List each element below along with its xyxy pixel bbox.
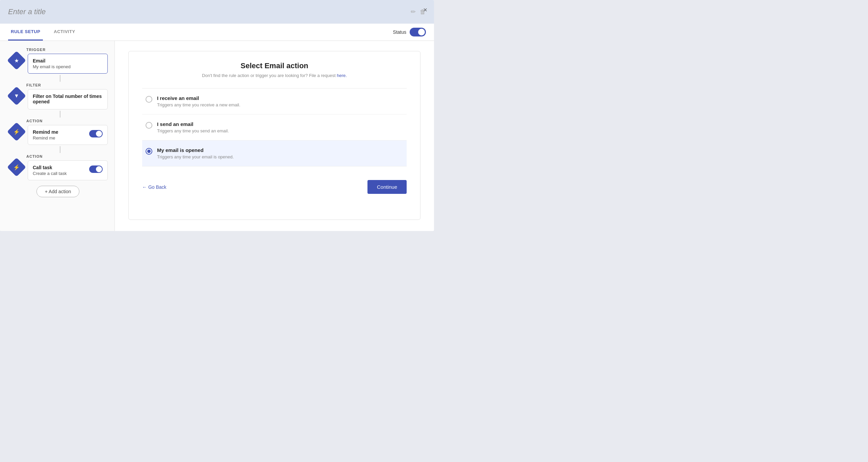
filter-card-title: Filter on Total number of times opened: [33, 94, 103, 104]
go-back-button[interactable]: ← Go Back: [142, 184, 167, 190]
add-action-label: + Add action: [45, 189, 71, 194]
action2-row: ⚡ Call task Create a call task: [8, 160, 108, 180]
subtitle-link[interactable]: here.: [337, 73, 347, 78]
action1-icon: ⚡: [7, 122, 26, 142]
filter-card[interactable]: Filter on Total number of times opened: [28, 89, 108, 109]
trigger-icon: ★: [7, 51, 26, 70]
action2-card-title: Call task: [33, 165, 67, 170]
continue-button[interactable]: Continue: [367, 180, 407, 194]
close-button[interactable]: ×: [423, 6, 427, 14]
radio-send[interactable]: [146, 122, 152, 129]
action2-card[interactable]: Call task Create a call task: [28, 160, 108, 180]
tab-activity[interactable]: ACTIVITY: [51, 24, 78, 41]
panel-footer: ← Go Back Continue: [142, 180, 407, 194]
option-receive-title: I receive an email: [157, 95, 240, 101]
action2-label: ACTION: [26, 154, 43, 158]
action1-card-inner: Remind me Remind me: [33, 129, 103, 140]
right-panel: Select Email action Don't find the rule …: [115, 41, 434, 231]
connector-3: [52, 145, 69, 154]
trigger-icon-col: ★: [8, 54, 25, 67]
connector-2: [52, 109, 69, 119]
modal-container: Enter a title ✏ 🗑 × RULE SETUP ACTIVITY …: [0, 0, 434, 231]
radio-receive[interactable]: [146, 96, 152, 103]
action1-toggle[interactable]: [89, 130, 103, 137]
modal-header: Enter a title ✏ 🗑 ×: [0, 0, 434, 24]
tabs-bar: RULE SETUP ACTIVITY Status: [0, 24, 434, 41]
option-opened-desc: Triggers any time your email is opened.: [157, 154, 234, 159]
action2-bolt-icon: ⚡: [13, 164, 20, 171]
action2-toggle[interactable]: [89, 165, 103, 173]
radio-opened[interactable]: [146, 148, 152, 155]
panel-subtitle: Don't find the rule action or trigger yo…: [142, 73, 407, 78]
modal-title: Enter a title: [8, 7, 407, 16]
filter-funnel-icon: ▼: [14, 93, 19, 99]
action1-row: ⚡ Remind me Remind me: [8, 125, 108, 145]
option-send-text: I send an email Triggers any time you se…: [157, 121, 229, 133]
filter-label: FILTER: [26, 83, 41, 87]
action1-bolt-icon: ⚡: [13, 129, 20, 135]
action1-text: Remind me Remind me: [33, 129, 58, 140]
option-send-desc: Triggers any time you send an email.: [157, 128, 229, 133]
line-2: [60, 111, 60, 118]
option-opened-text: My email is opened Triggers any time you…: [157, 147, 234, 159]
edit-icon[interactable]: ✏: [411, 8, 416, 16]
trigger-row: ★ Email My email is opened: [8, 54, 108, 74]
tab-rule-setup[interactable]: RULE SETUP: [8, 24, 43, 41]
line-1: [60, 75, 60, 82]
option-receive-desc: Triggers any time you receive a new emai…: [157, 102, 240, 107]
status-container: Status: [393, 28, 426, 36]
option-receive-text: I receive an email Triggers any time you…: [157, 95, 240, 107]
action2-icon-col: ⚡: [8, 160, 25, 174]
filter-icon: ▼: [7, 86, 26, 106]
trigger-star-icon: ★: [14, 57, 19, 64]
action1-card[interactable]: Remind me Remind me: [28, 125, 108, 145]
filter-section: FILTER ▼ Filter on Total number of times…: [8, 83, 108, 109]
subtitle-text: Don't find the rule action or trigger yo…: [202, 73, 336, 78]
action2-icon: ⚡: [7, 158, 26, 177]
action2-text: Call task Create a call task: [33, 165, 67, 176]
option-receive[interactable]: I receive an email Triggers any time you…: [142, 88, 407, 114]
action1-card-title: Remind me: [33, 129, 58, 135]
left-panel: TRIGGER ★ Email My email is opened: [0, 41, 115, 231]
right-inner: Select Email action Don't find the rule …: [128, 51, 420, 220]
status-toggle[interactable]: [410, 28, 426, 36]
option-send-title: I send an email: [157, 121, 229, 127]
action1-section: ACTION ⚡ Remind me Remind me: [8, 119, 108, 145]
option-opened-title: My email is opened: [157, 147, 234, 153]
main-content: TRIGGER ★ Email My email is opened: [0, 41, 434, 231]
action2-section: ACTION ⚡ Call task Create a call task: [8, 154, 108, 180]
action1-icon-col: ⚡: [8, 125, 25, 138]
action1-card-sub: Remind me: [33, 135, 58, 140]
add-action-button[interactable]: + Add action: [36, 186, 79, 197]
status-label: Status: [393, 29, 406, 35]
trigger-section: TRIGGER ★ Email My email is opened: [8, 48, 108, 74]
option-send[interactable]: I send an email Triggers any time you se…: [142, 114, 407, 140]
filter-icon-col: ▼: [8, 89, 25, 103]
line-3: [60, 146, 60, 153]
trigger-card[interactable]: Email My email is opened: [28, 54, 108, 74]
action2-card-inner: Call task Create a call task: [33, 165, 103, 176]
trigger-card-title: Email: [33, 58, 103, 63]
action2-card-sub: Create a call task: [33, 171, 67, 176]
panel-title: Select Email action: [142, 61, 407, 70]
trigger-label: TRIGGER: [26, 48, 46, 52]
action1-label: ACTION: [26, 119, 43, 123]
filter-row: ▼ Filter on Total number of times opened: [8, 89, 108, 109]
trigger-card-sub: My email is opened: [33, 64, 103, 69]
option-opened[interactable]: My email is opened Triggers any time you…: [142, 140, 407, 166]
connector-1: [52, 74, 69, 83]
